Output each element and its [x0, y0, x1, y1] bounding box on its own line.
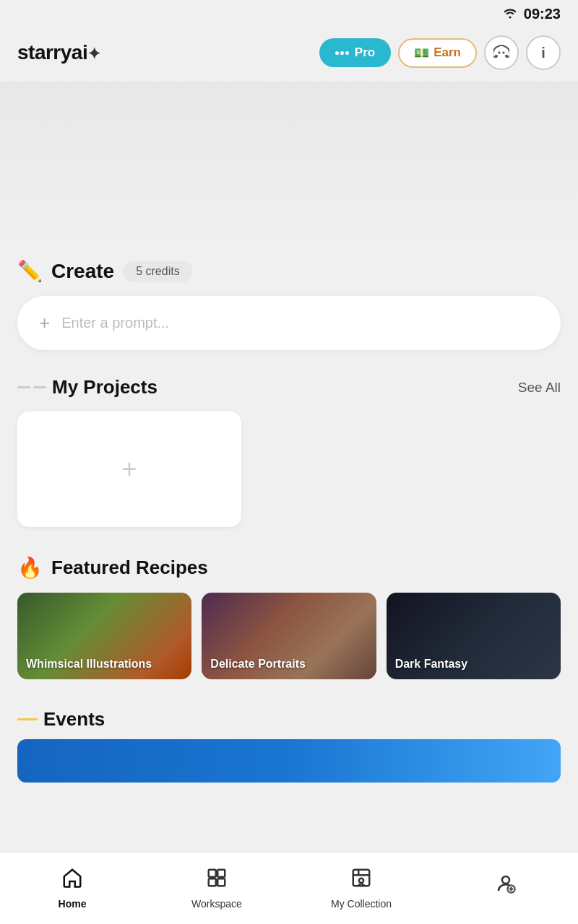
svg-point-1	[503, 51, 505, 54]
recipe-overlay-portraits: Delicate Portraits	[202, 593, 376, 679]
projects-title: My Projects	[52, 376, 158, 398]
svg-rect-2	[209, 870, 216, 877]
credits-badge: 5 credits	[123, 261, 192, 282]
status-time: 09:23	[524, 6, 561, 22]
svg-point-0	[499, 51, 501, 54]
recipe-label-portraits: Delicate Portraits	[210, 657, 306, 672]
projects-dash	[17, 386, 46, 388]
recipes-grid: Whimsical Illustrations Delicate Portrai…	[17, 593, 561, 679]
info-button[interactable]: i	[526, 35, 561, 70]
recipes-title: Featured Recipes	[51, 557, 208, 579]
plus-icon: +	[39, 312, 50, 334]
earn-label: Earn	[434, 45, 461, 60]
svg-rect-5	[217, 879, 225, 886]
add-project-icon: +	[121, 454, 137, 484]
banner-area	[0, 82, 578, 248]
collection-icon	[350, 867, 372, 894]
events-title-wrapper: Events	[17, 708, 561, 731]
prompt-input-container[interactable]: + Enter a prompt...	[17, 296, 561, 350]
recipes-title-wrapper: 🔥 Featured Recipes	[17, 556, 561, 580]
nav-home-label: Home	[59, 898, 87, 910]
info-icon: i	[541, 45, 545, 61]
svg-rect-3	[217, 870, 225, 877]
earn-icon: 💵	[414, 45, 429, 61]
svg-rect-4	[209, 879, 216, 886]
header: starryai✦ Pro 💵 Earn	[0, 28, 578, 82]
nav-workspace[interactable]: Workspace	[144, 867, 289, 910]
discord-icon	[493, 45, 509, 61]
events-preview[interactable]	[17, 739, 561, 783]
nav-more[interactable]	[434, 873, 578, 904]
pro-dots-icon	[335, 51, 349, 55]
events-dash	[17, 718, 38, 720]
nav-collection-label: My Collection	[331, 898, 392, 910]
bottom-nav: Home Workspace My Collection	[0, 852, 578, 924]
logo-text: starryai	[17, 41, 87, 64]
recipe-overlay-fantasy: Dark Fantasy	[387, 593, 561, 679]
earn-button[interactable]: 💵 Earn	[398, 38, 477, 68]
create-header: ✏️ Create 5 credits	[17, 259, 561, 283]
events-title: Events	[43, 708, 105, 731]
workspace-icon	[206, 867, 228, 894]
recipe-overlay-whimsical: Whimsical Illustrations	[17, 593, 191, 679]
pro-label: Pro	[355, 45, 375, 60]
more-icon	[495, 873, 517, 899]
pencil-icon: ✏️	[17, 259, 43, 283]
home-icon	[61, 867, 83, 894]
logo-star: ✦	[87, 45, 100, 63]
projects-header: My Projects See All	[17, 376, 561, 398]
events-section: Events	[17, 708, 561, 783]
status-bar: 09:23	[0, 0, 578, 28]
recipes-section: 🔥 Featured Recipes Whimsical Illustratio…	[17, 556, 561, 679]
logo: starryai✦	[17, 41, 100, 64]
fire-icon: 🔥	[17, 556, 43, 580]
add-project-card[interactable]: +	[17, 411, 241, 527]
wifi-icon	[502, 7, 518, 22]
projects-section: My Projects See All +	[17, 376, 561, 527]
projects-title-wrapper: My Projects	[17, 376, 158, 398]
discord-button[interactable]	[484, 35, 519, 70]
create-title: Create	[51, 260, 114, 283]
recipe-card-whimsical[interactable]: Whimsical Illustrations	[17, 593, 191, 679]
recipe-label-fantasy: Dark Fantasy	[395, 657, 468, 672]
nav-my-collection[interactable]: My Collection	[289, 867, 434, 910]
create-section: ✏️ Create 5 credits + Enter a prompt...	[17, 259, 561, 350]
nav-home[interactable]: Home	[0, 867, 144, 910]
prompt-placeholder: Enter a prompt...	[61, 315, 539, 331]
header-actions: Pro 💵 Earn i	[319, 35, 561, 70]
svg-point-8	[502, 876, 509, 884]
recipe-card-portraits[interactable]: Delicate Portraits	[202, 593, 376, 679]
recipe-label-whimsical: Whimsical Illustrations	[26, 657, 152, 672]
recipe-card-fantasy[interactable]: Dark Fantasy	[387, 593, 561, 679]
pro-button[interactable]: Pro	[319, 38, 391, 67]
main-content: ✏️ Create 5 credits + Enter a prompt... …	[0, 259, 578, 869]
see-all-link[interactable]: See All	[518, 380, 561, 396]
nav-workspace-label: Workspace	[191, 898, 242, 910]
